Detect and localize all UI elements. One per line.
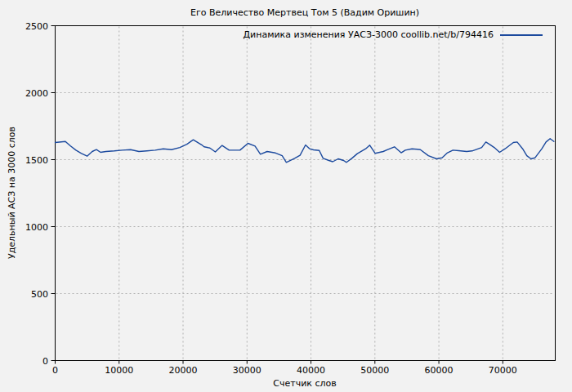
data-line xyxy=(56,139,554,163)
y-tick-label: 0 xyxy=(16,356,48,367)
x-tick-label: 10000 xyxy=(105,365,133,376)
y-tick-label: 2000 xyxy=(16,88,48,99)
x-tick-label: 30000 xyxy=(233,365,261,376)
y-tick-label: 2500 xyxy=(16,21,48,32)
y-axis-label: Удельный АСЗ на 3000 слов xyxy=(7,127,17,259)
x-tick-label: 70000 xyxy=(489,365,517,376)
y-tick-label: 1000 xyxy=(16,222,48,233)
x-tick-label: 60000 xyxy=(425,365,454,376)
legend-line-sample-icon xyxy=(500,34,543,36)
chart-canvas: Его Величество Мертвец Том 5 (Вадим Ориш… xyxy=(0,0,572,392)
x-tick-label: 0 xyxy=(52,365,58,376)
x-tick-label: 50000 xyxy=(360,365,389,376)
plot-frame xyxy=(56,26,556,361)
x-tick-label: 40000 xyxy=(297,365,325,376)
y-tick-label: 500 xyxy=(16,289,48,300)
x-axis-label: Счетчик слов xyxy=(55,378,555,389)
legend-label: Динамика изменения УАСЗ-3000 coollib.net… xyxy=(244,29,494,40)
plot-area xyxy=(0,0,572,392)
x-tick-label: 20000 xyxy=(169,365,198,376)
legend: Динамика изменения УАСЗ-3000 coollib.net… xyxy=(244,29,543,40)
chart-title: Его Величество Мертвец Том 5 (Вадим Ориш… xyxy=(55,7,555,18)
y-tick-label: 1500 xyxy=(16,155,48,166)
